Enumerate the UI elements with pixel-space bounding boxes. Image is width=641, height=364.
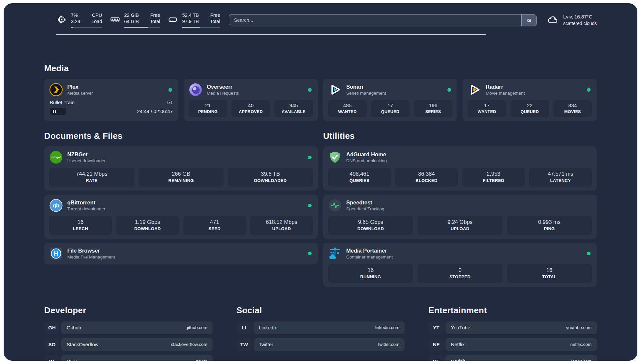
stat-tile: 16RUNNING [328,264,413,283]
status-dot [308,156,312,159]
adguard-card[interactable]: AdGuard Home DNS and adblocking 498,461Q… [323,146,597,191]
media-grid: Plex Media server Bullet Train [44,79,597,121]
cpu-load-label: Load [91,18,102,25]
bookmark-abbr: RE [428,355,444,361]
bookmark-abbr: YT [428,321,444,334]
cpu-load-value: 3.24 [71,18,80,25]
weather-widget: Lviv, 16.87°C scattered clouds [547,14,597,27]
section-title-utilities: Utilities [323,131,597,141]
status-dot [308,252,312,255]
now-playing-title: Bullet Train [50,100,75,105]
memory-total-value: 64 GiB [124,18,139,25]
bookmark-url: stackoverflow.com [171,342,207,347]
bookmark-abbr: TW [236,338,252,351]
status-dot [168,88,172,92]
app-description: Torrent downloader [67,206,106,212]
cast-device-icon [167,99,173,106]
adguard-icon [328,150,342,164]
status-dot [308,88,312,92]
app-name: Overseerr [207,83,239,90]
stat-tile: 485WANTED [328,100,367,117]
bookmark-stackoverflow[interactable]: SO StackOverflow stackoverflow.com [44,338,213,351]
app-name: Speedtest [346,199,384,206]
bookmark-github[interactable]: GH Github github.com [44,321,213,334]
plex-card[interactable]: Plex Media server Bullet Train [44,79,178,121]
stat-tile: 22QUEUED [510,100,549,117]
bookmark-name: StackOverflow [67,342,99,347]
app-name: Plex [67,83,93,90]
hard-drive-icon [167,14,178,26]
search-engine-button[interactable]: G [521,15,536,26]
system-stats: 7% 3.24 CPU Load [56,12,220,28]
bookmark-youtube[interactable]: YT YouTube youtube.com [428,321,597,334]
memory-widget: 22 GiB 64 GiB Free Total [109,12,160,28]
cpu-percent: 7% [71,12,80,18]
stat-tile: 2,953FILTERED [462,168,525,187]
bookmark-abbr: DT [44,355,60,361]
bookmark-dev[interactable]: DT DEV dev.to [44,355,213,361]
nzbget-card[interactable]: nzbget NZBGet Usenet downloader 744.21 M… [44,146,318,191]
plex-icon [49,83,63,97]
bookmark-name: Twitter [259,342,273,347]
cpu-progress-bar [71,27,102,28]
portainer-card[interactable]: Media Portainer Container management 16R… [323,243,597,287]
radarr-icon [468,83,481,97]
entertainment-column: Entertainment YT YouTube youtube.com NF … [428,305,597,361]
search-input[interactable] [229,15,521,26]
overseerr-card[interactable]: Overseerr Media Requests 21PENDING 40APP… [184,79,318,121]
bookmark-name: Reddit [451,358,465,361]
nzbget-icon: nzbget [49,150,63,164]
bookmark-linkedin[interactable]: LI LinkedIn linkedin.com [236,321,405,334]
app-name: Sonarr [346,83,386,90]
stat-tile: 196SERIES [414,100,452,117]
app-description: Media File Management [67,254,115,260]
stat-tile: 16LEECH [49,216,112,235]
stat-tile: 471SEED [183,216,246,235]
bookmark-abbr: NF [428,338,444,351]
speedtest-card[interactable]: Speedtest Speedtest Tracking 9.65 GbpsDO… [323,195,597,239]
bookmark-url: youtube.com [566,325,592,330]
sonarr-card[interactable]: Sonarr Series management 485WANTED 17QUE… [323,79,457,121]
section-title-social: Social [236,305,405,316]
bookmark-url: linkedin.com [375,325,399,330]
playback-row: 24:44 / 02:06:47 [49,108,173,115]
bookmark-url: github.com [186,325,207,330]
svg-text:qb: qb [53,202,59,209]
bookmark-twitter[interactable]: TW Twitter twitter.com [236,338,405,351]
app-description: Movie management [486,90,525,96]
bookmark-reddit[interactable]: RE Reddit reddit.com [428,355,597,361]
storage-free-value: 52.4 TB [182,12,199,18]
stat-tile: 17QUEUED [371,100,410,117]
playback-time: 24:44 / 02:06:47 [137,108,173,114]
utilities-column: Utilities AdGuard [323,131,597,287]
pause-button[interactable] [50,108,66,115]
bookmark-netflix[interactable]: NF Netflix netflix.com [428,338,597,351]
stat-tile: 17WANTED [468,100,506,117]
memory-progress-bar [124,27,160,28]
app-description: DNS and adblocking [346,158,387,164]
filebrowser-card[interactable]: File Browser Media File Management [44,243,318,264]
stat-tile: 266 GBREMAINING [138,168,224,187]
dashboard: 7% 3.24 CPU Load [4,3,637,361]
stat-tile: 40APPROVED [231,100,270,117]
app-description: Series management [346,90,386,96]
stat-tile: 21PENDING [189,100,227,117]
stat-tile: 744.21 MbpsRATE [49,168,134,187]
app-name: Radarr [486,83,525,90]
app-description: Container management [346,254,393,260]
stat-tile: 9.24 GbpsUPLOAD [417,216,503,235]
stat-tile: 618.52 MbpsUPLOAD [250,216,313,235]
bookmark-name: DEV [67,358,77,361]
memory-icon [109,14,121,26]
storage-total-value: 97.9 TB [182,18,199,25]
qbittorrent-icon: qb [49,198,63,212]
stat-tile: 86,384BLOCKED [395,168,458,187]
app-description: Media Requests [207,90,239,96]
bookmark-url: dev.to [196,359,207,361]
social-column: Social LI LinkedIn linkedin.com TW Twitt… [236,305,405,361]
radarr-card[interactable]: Radarr Movie management 17WANTED 22QUEUE… [463,79,597,121]
qbittorrent-card[interactable]: qb qBittorrent Torrent downloader 16LEEC… [44,195,318,239]
stat-tile: 0STOPPED [417,264,503,283]
status-dot [587,252,591,255]
app-name: qBittorrent [67,199,106,206]
